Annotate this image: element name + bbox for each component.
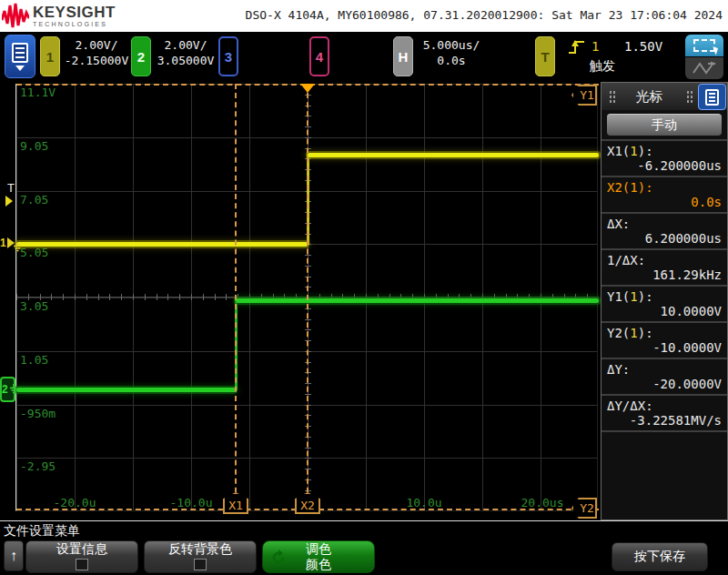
cursor-row-delta-y[interactable]: ΔY: -20.0000V: [602, 358, 727, 394]
ch1-marker-number: 1: [0, 237, 6, 249]
cursor-row-inv-delta-x[interactable]: 1/ΔX: 161.29kHz: [602, 248, 727, 285]
channel-2-values[interactable]: 2.00V/ 3.05000V: [149, 37, 222, 68]
waveform-display: 11.1V 9.05 7.05 5.05 3.05 1.05 -950m -2.…: [15, 84, 598, 511]
chevron-down-icon: [15, 66, 25, 71]
x-axis-label: 20.0us: [521, 496, 564, 509]
cursors-panel: 光标 手动 X1(1): -6.200000us X2(1): 0.0s ΔX:…: [601, 82, 728, 520]
wave-arrow-icon: [692, 61, 717, 76]
ch2-trace-low: [16, 388, 236, 392]
setup-info-button[interactable]: 设置信息: [25, 540, 138, 573]
cursor-x1-flag[interactable]: X1: [223, 492, 248, 514]
oscilloscope-screen: KEYSIGHT TECHNOLOGIES DSO-X 4104A, MY601…: [0, 0, 728, 575]
invert-background-checkbox[interactable]: [194, 559, 207, 570]
menu-list-icon: [705, 89, 719, 106]
main-menu-button[interactable]: [5, 35, 35, 78]
delta-x-value: 6.200000us: [645, 231, 722, 246]
zone-select-icon: [693, 39, 715, 52]
cursor-y1-value: 10.0000V: [661, 304, 722, 318]
invert-background-label: 反转背景色: [168, 541, 232, 558]
cursors-panel-title: 光标: [602, 88, 697, 106]
cursor-row-slope[interactable]: ΔY/ΔX: -3.22581MV/s: [602, 394, 727, 430]
cursor-row-x1[interactable]: X1(1): -6.200000us: [602, 139, 727, 176]
channel-4-badge[interactable]: 4: [309, 36, 329, 76]
trigger-badge[interactable]: T: [535, 36, 555, 76]
channel-1-scale: 2.00V/: [60, 37, 133, 53]
refresh-icon: [270, 550, 287, 566]
horizontal-values[interactable]: 5.000us/ 0.0s: [415, 37, 488, 68]
ch1-trace-low: [16, 242, 308, 247]
cursor-row-y1[interactable]: Y1(1): 10.0000V: [602, 285, 727, 321]
cursor-row-delta-x[interactable]: ΔX: 6.200000us: [602, 212, 727, 248]
y-axis-label: 1.05: [20, 353, 48, 367]
cursor-x2-value: 0.0s: [691, 195, 722, 209]
ch2-marker-number: 2: [2, 383, 8, 396]
trigger-level-label: T: [7, 181, 15, 195]
cursor-y1-flag[interactable]: Y1: [571, 85, 597, 106]
ch2-trace-high: [236, 298, 599, 303]
y-axis-label: 11.1V: [20, 86, 56, 99]
ch1-ground-marker[interactable]: 1: [0, 234, 23, 252]
cursor-y2-flag[interactable]: Y2: [571, 498, 597, 519]
setup-info-checkbox[interactable]: [76, 559, 88, 570]
y-axis-label: -2.95: [20, 459, 56, 473]
y-axis-label: -950m: [20, 407, 56, 420]
cursors-menu-button[interactable]: [698, 84, 726, 110]
channel-1-offset: -2.15000V: [60, 53, 133, 68]
waveform-drag-button[interactable]: [685, 57, 723, 79]
trigger-time-marker[interactable]: [300, 84, 315, 93]
channel-2-scale: 2.00V/: [149, 37, 222, 53]
save-button[interactable]: 按下保存: [612, 542, 708, 571]
x-axis-label: 10.0u: [406, 496, 441, 509]
trigger-mode-label: 触发: [590, 58, 615, 75]
menu-list-icon: [12, 43, 28, 63]
trigger-level-marker[interactable]: [5, 194, 13, 210]
timebase-delay: 0.0s: [415, 53, 488, 68]
invert-background-button[interactable]: 反转背景色: [144, 540, 257, 573]
slope-value: -3.22581MV/s: [630, 413, 722, 428]
timebase-scale: 5.000us/: [415, 37, 488, 53]
softkey-bar: 文件设置菜单 ↑ 设置信息 反转背景色 调色 颜色 按下保存: [0, 520, 728, 575]
delta-y-value: -20.0000V: [652, 377, 722, 391]
cursor-x2-line[interactable]: [307, 84, 308, 511]
cursor-y2-value: -10.0000V: [652, 340, 722, 355]
y-axis-label: 5.05: [20, 246, 48, 259]
x-axis-label: -20.0u: [54, 496, 96, 509]
channel-1-values[interactable]: 2.00V/ -2.15000V: [60, 37, 133, 68]
cursor-panel-spacer: [602, 430, 727, 520]
ch2-ground-marker[interactable]: 2: [0, 377, 15, 402]
ground-icon: [13, 243, 23, 252]
setup-info-label: 设置信息: [56, 541, 107, 558]
cursor-row-x2[interactable]: X2(1): 0.0s: [602, 176, 727, 212]
instrument-title: DSO-X 4104A, MY60100986, 07.31.202001290…: [246, 8, 723, 22]
cursor-x1-value: -6.200000us: [637, 158, 722, 173]
channel-3-badge[interactable]: 3: [218, 36, 238, 76]
keysight-logo: KEYSIGHT TECHNOLOGIES: [2, 2, 116, 29]
trigger-level: 1.50V: [624, 39, 662, 54]
cursor-x2-flag[interactable]: X2: [295, 492, 320, 514]
menu-title: 文件设置菜单: [4, 523, 80, 540]
header-bar: KEYSIGHT TECHNOLOGIES DSO-X 4104A, MY601…: [0, 0, 728, 32]
horizontal-badge[interactable]: H: [393, 36, 413, 76]
channel-1-badge[interactable]: 1: [40, 36, 60, 76]
brand-name: KEYSIGHT: [33, 4, 116, 22]
ground-icon: [9, 384, 14, 395]
brand-subtitle: TECHNOLOGIES: [33, 21, 116, 27]
cursor-row-y2[interactable]: Y2(1): -10.0000V: [602, 321, 727, 358]
back-button[interactable]: ↑: [4, 540, 24, 571]
y-axis-label: 7.05: [20, 193, 48, 207]
ch1-trace-high: [308, 153, 599, 157]
drag-grip-icon: [686, 90, 693, 103]
y-axis-label: 9.05: [20, 139, 48, 153]
palette-label-top: 调色: [306, 541, 331, 557]
keysight-spark-icon: [2, 2, 29, 29]
channel-2-offset: 3.05000V: [149, 53, 222, 68]
palette-button[interactable]: 调色 颜色: [262, 540, 375, 573]
inv-delta-x-value: 161.29kHz: [652, 267, 722, 282]
zone-touch-button[interactable]: [685, 35, 723, 56]
rising-edge-icon: [568, 38, 586, 56]
cursor-mode-button[interactable]: 手动: [607, 114, 722, 136]
trigger-source: 1: [592, 39, 599, 54]
channel-2-badge[interactable]: 2: [131, 36, 151, 76]
cursor-x1-line[interactable]: [235, 84, 237, 511]
channel-status-bar: 1 2.00V/ -2.15000V 2 2.00V/ 3.05000V 3 4…: [0, 32, 728, 82]
